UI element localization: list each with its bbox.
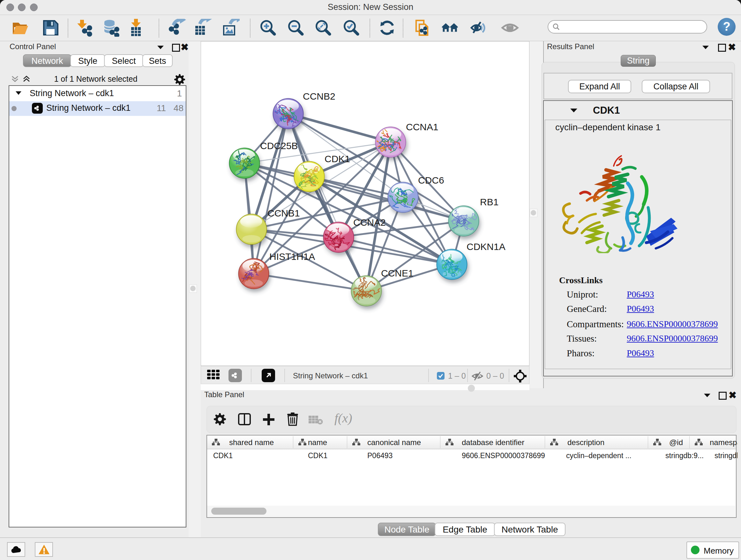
svg-text:CCNA2: CCNA2: [353, 217, 386, 228]
svg-text:CCNB1: CCNB1: [267, 208, 300, 219]
svg-text:HIST1H1A: HIST1H1A: [269, 251, 315, 262]
svg-text:CDC25B: CDC25B: [260, 140, 298, 151]
svg-text:CCNA1: CCNA1: [406, 122, 439, 132]
svg-text:CDC6: CDC6: [418, 175, 444, 186]
svg-text:CCNE1: CCNE1: [381, 268, 414, 278]
svg-text:RB1: RB1: [480, 197, 498, 207]
svg-text:CDKN1A: CDKN1A: [467, 241, 506, 252]
svg-text:CCNB2: CCNB2: [303, 91, 335, 102]
svg-text:CDK1: CDK1: [325, 153, 350, 164]
